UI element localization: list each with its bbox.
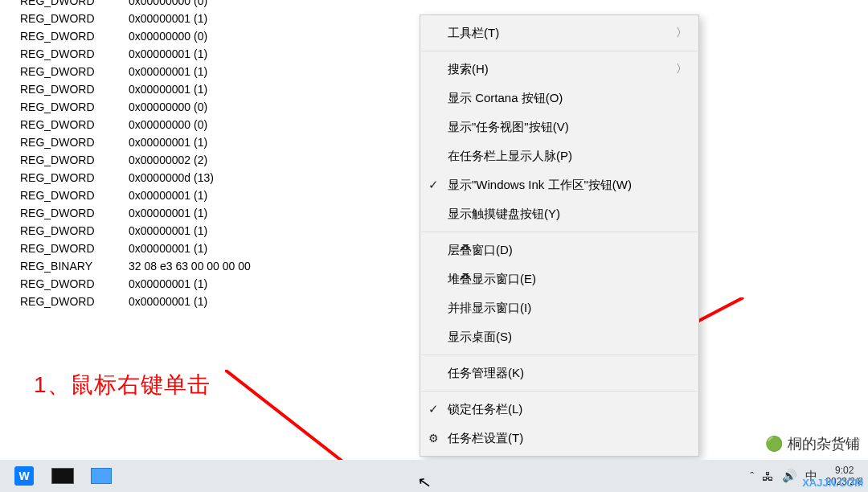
cmd-icon [51, 468, 74, 484]
menu-label: 并排显示窗口(I) [448, 301, 531, 316]
registry-type: REG_DWORD [20, 27, 129, 45]
watermark-text: 桐的杂货铺 [788, 434, 860, 453]
registry-row[interactable]: REG_DWORD0x00000001 (1) [20, 80, 251, 98]
menu-label: 显示 Cortana 按钮(O) [448, 91, 563, 106]
registry-row[interactable]: REG_DWORD0x00000001 (1) [20, 293, 251, 310]
tray-chevron-icon[interactable]: ˆ [750, 469, 754, 483]
menu-item-cascade-windows[interactable]: 层叠窗口(D) [420, 236, 698, 264]
taskbar-app-wps[interactable]: W [6, 463, 42, 489]
menu-separator [421, 391, 698, 392]
registry-row[interactable]: REG_DWORD0x00000001 (1) [20, 275, 251, 293]
menu-label: 堆叠显示窗口(E) [448, 272, 536, 287]
registry-type: REG_DWORD [20, 169, 129, 187]
registry-type: REG_DWORD [20, 98, 129, 116]
annotation-step1: 1、鼠标右键单击 [34, 370, 211, 400]
registry-row[interactable]: REG_DWORD0x0000000d (13) [20, 169, 251, 187]
registry-value: 0x00000000 (0) [129, 27, 207, 45]
registry-type: REG_DWORD [20, 63, 129, 80]
registry-type: REG_DWORD [20, 293, 129, 310]
menu-item-show-people[interactable]: 在任务栏上显示人脉(P) [420, 141, 698, 170]
menu-item-lock-taskbar[interactable]: ✓ 锁定任务栏(L) [420, 395, 698, 424]
menu-item-taskbar-settings[interactable]: ⚙ 任务栏设置(T) [420, 424, 698, 453]
registry-type: REG_DWORD [20, 275, 129, 293]
menu-item-search[interactable]: 搜索(H) 〉 [420, 55, 698, 84]
registry-value: 0x0000000d (13) [129, 169, 214, 187]
menu-label: 工具栏(T) [448, 26, 499, 41]
check-icon: ✓ [428, 402, 439, 416]
registry-row[interactable]: REG_BINARY32 08 e3 63 00 00 00 00 [20, 257, 251, 275]
taskbar[interactable]: W [0, 460, 868, 492]
gear-icon: ⚙ [428, 432, 439, 445]
menu-label: 在任务栏上显示人脉(P) [448, 149, 572, 164]
menu-item-show-ink[interactable]: ✓ 显示"Windows Ink 工作区"按钮(W) [420, 170, 698, 199]
registry-value: 0x00000001 (1) [129, 204, 207, 222]
folder-icon [91, 468, 112, 484]
registry-value: 32 08 e3 63 00 00 00 00 [129, 257, 251, 275]
menu-separator [421, 51, 698, 51]
taskbar-context-menu: 工具栏(T) 〉 搜索(H) 〉 显示 Cortana 按钮(O) 显示"任务视… [420, 14, 699, 457]
registry-type: REG_DWORD [20, 204, 129, 222]
registry-row[interactable]: REG_DWORD0x00000000 (0) [20, 116, 251, 133]
registry-row[interactable]: REG_DWORD0x00000001 (1) [20, 204, 251, 222]
menu-item-stacked-windows[interactable]: 堆叠显示窗口(E) [420, 264, 698, 293]
registry-row[interactable]: REG_DWORD0x00000000 (0) [20, 27, 251, 45]
menu-separator [421, 355, 698, 355]
registry-value: 0x00000001 (1) [129, 275, 207, 293]
registry-type: REG_DWORD [20, 133, 129, 151]
registry-type: REG_DWORD [20, 187, 129, 204]
registry-row[interactable]: REG_DWORD0x00000001 (1) [20, 133, 251, 151]
menu-item-sidebyside-windows[interactable]: 并排显示窗口(I) [420, 293, 698, 322]
watermark-channel: 🟢 桐的杂货铺 [765, 434, 860, 453]
registry-type: REG_DWORD [20, 116, 129, 133]
menu-item-show-desktop[interactable]: 显示桌面(S) [420, 322, 698, 351]
menu-label: 任务栏设置(T) [448, 431, 523, 446]
registry-value: 0x00000001 (1) [129, 45, 207, 63]
registry-row[interactable]: REG_DWORD0x00000001 (1) [20, 45, 251, 63]
tray-time: 9:02 [825, 465, 863, 476]
menu-label: 锁定任务栏(L) [448, 402, 522, 417]
menu-item-show-touchkeyboard[interactable]: 显示触摸键盘按钮(Y) [420, 199, 698, 228]
tray-volume-icon[interactable]: 🔊 [782, 469, 797, 483]
registry-row[interactable]: REG_DWORD0x00000001 (1) [20, 10, 251, 27]
registry-value: 0x00000002 (2) [129, 151, 207, 169]
menu-label: 搜索(H) [448, 62, 489, 77]
menu-item-show-taskview[interactable]: 显示"任务视图"按钮(V) [420, 113, 698, 141]
registry-row[interactable]: REG_DWORD0x00000002 (2) [20, 151, 251, 169]
registry-type: REG_BINARY [20, 257, 129, 275]
registry-value: 0x00000001 (1) [129, 240, 207, 257]
menu-item-task-manager[interactable]: 任务管理器(K) [420, 359, 698, 387]
wechat-icon: 🟢 [765, 435, 783, 453]
registry-type: REG_DWORD [20, 80, 129, 98]
registry-type: REG_DWORD [20, 0, 129, 10]
chevron-right-icon: 〉 [676, 62, 687, 76]
registry-value: 0x00000001 (1) [129, 187, 207, 204]
menu-label: 任务管理器(K) [448, 366, 524, 381]
registry-value: 0x00000000 (0) [129, 98, 207, 116]
registry-row[interactable]: REG_DWORD0x00000001 (1) [20, 63, 251, 80]
taskbar-app-explorer[interactable] [84, 463, 119, 489]
registry-value: 0x00000001 (1) [129, 222, 207, 240]
registry-value: 0x00000000 (0) [129, 116, 207, 133]
registry-row[interactable]: REG_DWORD0x00000001 (1) [20, 187, 251, 204]
registry-type: REG_DWORD [20, 240, 129, 257]
registry-row[interactable]: REG_DWORD0x00000000 (0) [20, 98, 251, 116]
registry-value: 0x00000001 (1) [129, 133, 207, 151]
registry-value: 0x00000001 (1) [129, 63, 207, 80]
registry-type: REG_DWORD [20, 151, 129, 169]
registry-value: 0x00000001 (1) [129, 293, 207, 310]
tray-network-icon[interactable]: 🖧 [762, 469, 774, 483]
taskbar-app-cmd[interactable] [45, 463, 80, 489]
wps-icon: W [14, 466, 34, 486]
menu-separator [421, 232, 698, 232]
registry-list: REG_DWORD0x00000000 (0)REG_DWORD0x000000… [20, 0, 251, 310]
menu-item-show-cortana[interactable]: 显示 Cortana 按钮(O) [420, 84, 698, 113]
registry-row[interactable]: REG_DWORD0x00000000 (0) [20, 0, 251, 10]
menu-item-toolbars[interactable]: 工具栏(T) 〉 [420, 18, 698, 47]
check-icon: ✓ [428, 178, 439, 192]
registry-row[interactable]: REG_DWORD0x00000001 (1) [20, 222, 251, 240]
registry-row[interactable]: REG_DWORD0x00000001 (1) [20, 240, 251, 257]
registry-type: REG_DWORD [20, 45, 129, 63]
registry-value: 0x00000000 (0) [129, 0, 207, 10]
registry-type: REG_DWORD [20, 222, 129, 240]
registry-value: 0x00000001 (1) [129, 10, 207, 27]
